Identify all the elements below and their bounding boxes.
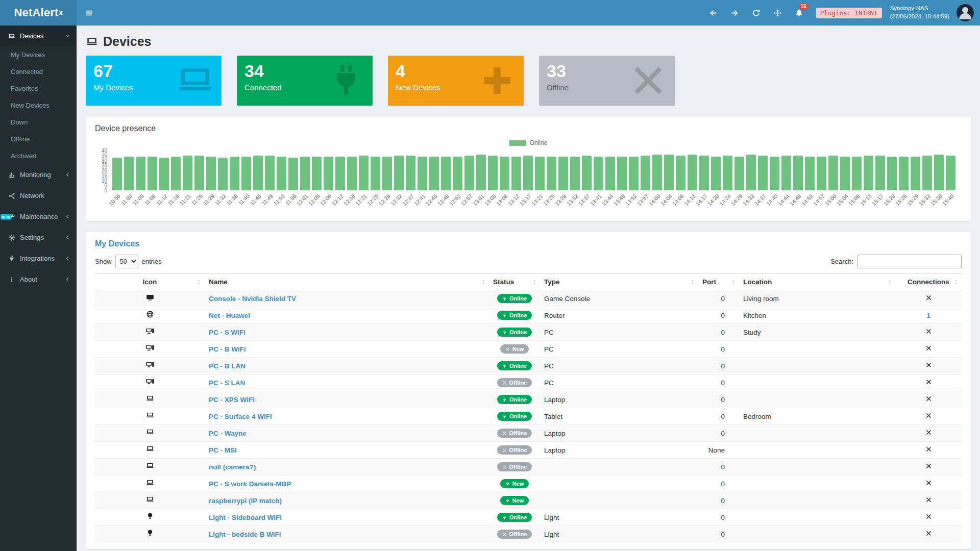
chart-bar xyxy=(124,157,134,190)
column-header-port[interactable]: Port xyxy=(698,274,739,290)
chart-bar xyxy=(464,156,474,190)
chart-bar xyxy=(476,155,486,190)
chart-bar xyxy=(312,157,322,190)
device-link[interactable]: PC - S WiFi xyxy=(209,329,246,336)
plugins-status-badge[interactable]: Plugins: INTRNT xyxy=(816,8,882,18)
chart-plot-area: 10:5611:0011:0511:0811:1211:1611:2111:25… xyxy=(111,151,957,215)
chart-bar-slot xyxy=(135,151,146,190)
brand-logo[interactable]: NetAlertx xyxy=(0,0,77,26)
tv-icon xyxy=(146,293,154,302)
table-row: Light - Sideboard WiFiOnlineLight0 xyxy=(95,509,962,526)
chart-bar-slot xyxy=(264,151,276,190)
device-link[interactable]: PC - MSI xyxy=(209,446,237,454)
sidebar-item-devices[interactable]: Devices xyxy=(0,26,77,46)
status-label: Offline xyxy=(509,464,527,470)
bell-button[interactable]: 15 xyxy=(789,0,810,26)
chart-bar-slot xyxy=(146,151,158,190)
device-connections-cell xyxy=(895,341,962,358)
device-type-cell: Game Console xyxy=(540,290,698,307)
chart-bar-slot xyxy=(440,151,452,190)
device-connections-cell xyxy=(895,358,962,374)
sidebar-submenu: My DevicesConnectedFavoritesNew DevicesD… xyxy=(0,46,77,164)
chart-legend[interactable]: Online xyxy=(95,139,962,146)
column-header-location[interactable]: Location xyxy=(739,274,895,290)
device-link[interactable]: Light - Sideboard WiFi xyxy=(209,514,282,521)
chart-bar xyxy=(781,156,791,190)
move-button[interactable] xyxy=(767,0,789,26)
table-row: Light - bedside B WiFiOfflineLight0 xyxy=(95,526,962,543)
connections-link[interactable]: 1 xyxy=(926,312,930,319)
device-link[interactable]: PC - XPS WiFi xyxy=(209,396,255,404)
laptop-icon xyxy=(146,462,154,470)
sidebar-item-maintenance[interactable]: NEWMaintenance xyxy=(0,206,77,227)
user-avatar[interactable] xyxy=(957,4,974,21)
main-content: Devices 67My Devices34Connected4New Devi… xyxy=(77,0,980,549)
sort-icon xyxy=(887,279,893,285)
device-link[interactable]: PC - Wayne xyxy=(209,430,247,437)
column-header-connections[interactable]: Connections xyxy=(895,274,962,290)
laptop-icon xyxy=(176,61,214,100)
summary-box-new-devices[interactable]: 4New Devices xyxy=(388,56,524,106)
host-timestamp: (27/06/2024, 15:44:59) xyxy=(890,13,949,21)
chart-bar xyxy=(617,157,627,190)
sidebar-subitem-down[interactable]: Down xyxy=(0,114,77,131)
device-link[interactable]: PC - S work Daniels-MBP xyxy=(209,480,291,488)
device-link[interactable]: PC - Surface 4 WiFi xyxy=(209,413,272,420)
column-header-label: Port xyxy=(702,278,716,286)
device-link[interactable]: PC - B WiFi xyxy=(209,345,246,353)
chart-bar xyxy=(511,157,521,190)
device-link[interactable]: raspberrypi (IP match) xyxy=(209,497,282,505)
chart-bar xyxy=(887,157,897,190)
page-length-select[interactable]: 50 xyxy=(115,255,138,268)
device-name-cell: Light - Sideboard WiFi xyxy=(205,509,489,526)
chart-bar-slot xyxy=(722,151,733,190)
device-name-cell: PC - Surface 4 WiFi xyxy=(205,408,489,425)
device-link[interactable]: PC - S LAN xyxy=(209,379,245,387)
sidebar-item-settings[interactable]: Settings xyxy=(0,227,77,248)
summary-box-my-devices[interactable]: 67My Devices xyxy=(86,56,222,106)
summary-box-connected[interactable]: 34Connected xyxy=(237,56,373,106)
sidebar-item-monitoring[interactable]: Monitoring xyxy=(0,164,77,185)
sidebar-item-network[interactable]: Network xyxy=(0,185,77,206)
column-header-label: Connections xyxy=(908,278,949,286)
chart-bar-slot xyxy=(252,151,264,190)
chart-bar-slot xyxy=(710,151,722,190)
device-icon-cell xyxy=(95,307,205,324)
column-header-name[interactable]: Name xyxy=(205,274,489,290)
sidebar-item-about[interactable]: About xyxy=(0,269,77,290)
device-location-cell xyxy=(739,475,895,492)
device-link[interactable]: Console - Nvidia Shield TV xyxy=(209,295,296,303)
chart-bar-slot xyxy=(405,151,416,190)
arrow-left-button[interactable] xyxy=(703,0,724,26)
search-input[interactable] xyxy=(857,255,962,268)
column-header-icon[interactable]: Icon xyxy=(95,274,205,290)
sidebar-subitem-connected[interactable]: Connected xyxy=(0,63,77,80)
globe-icon xyxy=(146,310,154,318)
device-link[interactable]: PC - B LAN xyxy=(209,362,246,370)
refresh-button[interactable] xyxy=(746,0,767,26)
device-link[interactable]: null (camera?) xyxy=(209,463,256,471)
chart-bar xyxy=(899,157,909,190)
sidebar: DevicesMy DevicesConnectedFavoritesNew D… xyxy=(0,26,77,551)
sidebar-subitem-offline[interactable]: Offline xyxy=(0,131,77,147)
chart-bar-slot xyxy=(687,151,698,190)
column-header-type[interactable]: Type xyxy=(540,274,698,290)
column-header-status[interactable]: Status xyxy=(489,274,540,290)
sidebar-subitem-new-devices[interactable]: New Devices xyxy=(0,97,77,114)
chart-bar xyxy=(570,157,580,190)
sidebar-item-integrations[interactable]: Integrations xyxy=(0,248,77,269)
sidebar-subitem-favorites[interactable]: Favorites xyxy=(0,80,77,97)
device-link[interactable]: Light - bedside B WiFi xyxy=(209,531,281,538)
chart-bar xyxy=(535,157,545,190)
chart-bar xyxy=(699,156,709,190)
device-status-cell: Offline xyxy=(489,459,540,475)
sidebar-subitem-my-devices[interactable]: My Devices xyxy=(0,46,77,63)
chart-bar xyxy=(488,156,498,190)
device-link[interactable]: Net - Huawei xyxy=(209,312,250,319)
arrow-right-button[interactable] xyxy=(724,0,746,26)
status-label: Online xyxy=(509,295,527,302)
sidebar-toggle-button[interactable] xyxy=(77,0,101,26)
chart-bar-slot xyxy=(499,151,510,190)
summary-box-offline[interactable]: 33Offline xyxy=(539,56,675,106)
sidebar-subitem-archived[interactable]: Archived xyxy=(0,147,77,164)
